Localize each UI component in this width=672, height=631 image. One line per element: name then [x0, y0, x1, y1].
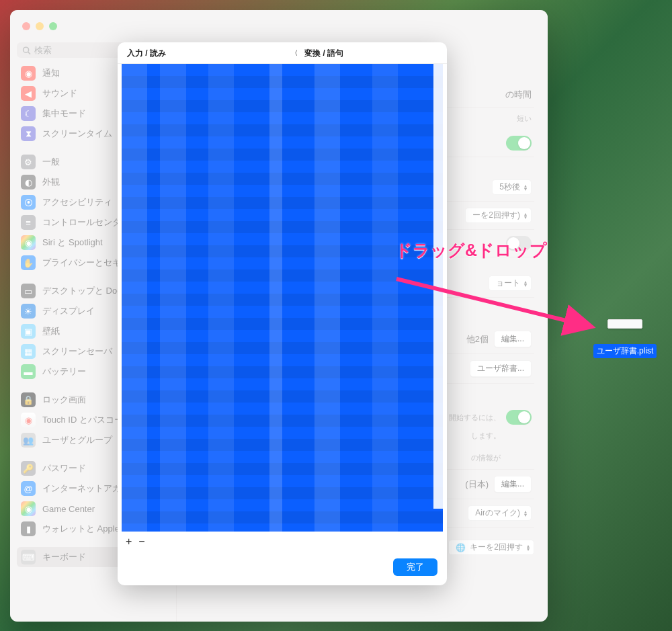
users-icon: 👥 [21, 433, 36, 448]
siri-icon: ◉ [21, 235, 36, 250]
sidebar-item-label: Game Center [42, 504, 95, 514]
sidebar-item-label: スクリーンタイム [42, 128, 112, 140]
add-entry-button[interactable]: + [126, 536, 132, 548]
at-icon: @ [21, 481, 36, 496]
row-value: 他2個 [466, 333, 489, 345]
select-value: キーを2回押す [470, 542, 523, 553]
sidebar-item-label: バッテリー [42, 366, 86, 378]
sidebar-item-label: ロック画面 [42, 394, 86, 406]
sidebar-item-label: 通知 [42, 67, 60, 79]
desktop-file[interactable]: ユーザ辞書.plist [591, 319, 659, 358]
chevron-updown-icon: ▴▾ [524, 280, 527, 287]
keyboard-icon: ⌨ [21, 550, 36, 564]
bell-icon: ◉ [21, 66, 36, 81]
chevron-updown-icon: ▴▾ [524, 184, 527, 191]
delay-select[interactable]: 5秒後 ▴▾ [492, 179, 532, 195]
plist-file-icon [607, 319, 642, 329]
search-icon [22, 46, 31, 55]
edit-button-1[interactable]: 編集... [494, 331, 532, 347]
done-button[interactable]: 完了 [393, 558, 437, 576]
close-button[interactable] [22, 22, 30, 30]
sidebar-item-label: デスクトップと Dock [42, 285, 126, 297]
sidebar-item-label: コントロールセンター [42, 216, 130, 228]
row-label: の時間 [505, 89, 532, 101]
globe-press-select[interactable]: 🌐 キーを2回押す ▴▾ [448, 540, 534, 555]
toggle-1[interactable] [506, 136, 532, 151]
chevron-updown-icon: ▴▾ [524, 510, 527, 517]
contrast-icon: ◐ [21, 175, 36, 190]
toggle-3[interactable] [506, 410, 532, 425]
fingerprint-icon: ◉ [21, 413, 36, 427]
sheet-table-header: 入力 / 読み 〈 変換 / 語句 [118, 42, 447, 64]
key-icon: 🔑 [21, 461, 36, 476]
sidebar-item-label: サウンド [42, 87, 77, 99]
remove-entry-button[interactable]: − [138, 536, 144, 548]
sidebar-item-label: パスワード [42, 462, 86, 474]
shortcut-select[interactable]: ョート ▴▾ [489, 276, 532, 291]
column-label: 入力 / 読み [127, 48, 166, 59]
sheet-toolbar: + − [118, 532, 447, 552]
sidebar-item-label: Siri と Spotlight [42, 237, 103, 249]
person-icon: ⦿ [21, 195, 36, 210]
select-value: ーを2回押す) [472, 210, 520, 221]
select-value: 5秒後 [499, 181, 520, 193]
gear-icon: ⚙ [21, 155, 36, 169]
info-text: の情報が [471, 453, 501, 463]
slider-label-short: 短い [517, 114, 532, 124]
sun-icon: ☀ [21, 304, 36, 319]
sidebar-item-label: 外観 [42, 176, 60, 188]
column-header-input[interactable]: 入力 / 読み 〈 [127, 48, 298, 59]
edit-button-2[interactable]: 編集... [494, 476, 532, 493]
sidebar-item-label: 一般 [42, 156, 60, 168]
sidebar-item-label: キーボード [42, 551, 86, 563]
sort-indicator-icon: 〈 [292, 49, 298, 58]
lock-icon: 🔒 [21, 392, 36, 407]
gamecenter-icon: ◉ [21, 501, 36, 516]
dictionary-entries-list[interactable] [122, 64, 443, 532]
globe-icon: 🌐 [456, 543, 466, 552]
redacted-content [122, 64, 443, 532]
hint-text-2: します。 [471, 431, 501, 441]
titlebar [10, 10, 548, 42]
sidebar-item-label: 集中モード [42, 108, 86, 120]
sliders-icon: ≡ [21, 215, 36, 230]
row-value: (日本) [465, 478, 489, 491]
hourglass-icon: ⧗ [21, 126, 36, 141]
column-label: 変換 / 語句 [304, 48, 343, 58]
hint-text: 開始するには、 [449, 413, 501, 423]
sidebar-item-label: スクリーンセーバ [42, 345, 112, 357]
speaker-icon: ◀ [21, 86, 36, 101]
traffic-lights [22, 22, 57, 30]
user-dictionary-sheet: 入力 / 読み 〈 変換 / 語句 + − 完了 [118, 42, 447, 585]
maximize-button[interactable] [49, 22, 57, 30]
chevron-updown-icon: ▴▾ [524, 212, 527, 219]
hand-icon: ✋ [21, 255, 36, 270]
svg-point-0 [24, 47, 29, 52]
mic-select[interactable]: Airのマイク) ▴▾ [468, 505, 532, 521]
sidebar-item-label: 壁紙 [42, 325, 60, 337]
battery-icon: ▬ [21, 364, 36, 379]
sidebar-item-label: アクセシビリティ [42, 196, 112, 208]
scrollbar[interactable] [433, 64, 443, 509]
sidebar-item-label: ユーザとグループ [42, 434, 112, 446]
select-value: Airのマイク) [475, 507, 520, 519]
sidebar-item-label: ディスプレイ [42, 305, 95, 317]
file-label: ユーザ辞書.plist [593, 344, 657, 358]
select-value: ョート [496, 278, 520, 289]
screensaver-icon: ▦ [21, 344, 36, 359]
photo-icon: ▣ [21, 324, 36, 339]
minimize-button[interactable] [36, 22, 44, 30]
sheet-actions: 完了 [118, 552, 447, 585]
chevron-updown-icon: ▴▾ [527, 544, 530, 551]
moon-icon: ☾ [21, 106, 36, 121]
user-dict-button[interactable]: ユーザ辞書... [470, 360, 532, 377]
annotation-text: ドラッグ&ドロップ [395, 239, 547, 261]
svg-line-1 [28, 52, 30, 54]
wallet-icon: ▮ [21, 521, 36, 536]
press-select-1[interactable]: ーを2回押す) ▴▾ [465, 208, 532, 223]
column-header-conversion[interactable]: 変換 / 語句 [298, 48, 437, 59]
dock-icon: ▭ [21, 284, 36, 298]
